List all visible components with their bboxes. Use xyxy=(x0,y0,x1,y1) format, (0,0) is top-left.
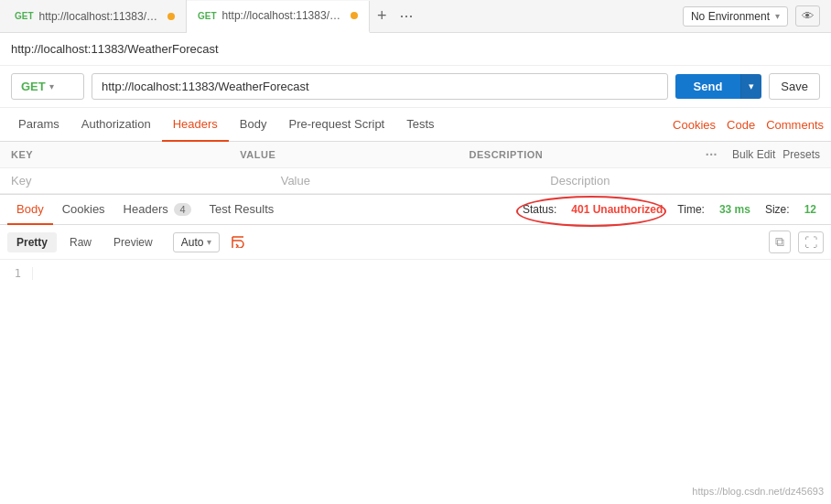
request-tabs-nav: Params Authorization Headers Body Pre-re… xyxy=(0,108,831,142)
tab-headers[interactable]: Headers xyxy=(162,108,229,142)
time-value: 33 ms xyxy=(719,203,750,216)
viewer-tabs: Pretty Raw Preview Auto ▾ ⧉ ⛶ xyxy=(0,225,831,260)
key-placeholder[interactable]: Key xyxy=(11,174,281,188)
environment-select[interactable]: No Environment ▾ xyxy=(683,6,788,27)
wrap-icon[interactable] xyxy=(231,233,249,252)
col-desc-header: DESCRIPTION xyxy=(469,149,698,160)
headers-count-badge: 4 xyxy=(174,203,190,216)
eye-button[interactable]: 👁 xyxy=(795,5,820,27)
tab2-method: GET xyxy=(198,11,217,21)
tab-authorization[interactable]: Authorization xyxy=(70,108,162,142)
add-tab-button[interactable]: + xyxy=(373,6,391,26)
method-chevron: ▾ xyxy=(49,81,54,91)
response-tab-headers[interactable]: Headers 4 xyxy=(114,195,200,225)
tab-body[interactable]: Body xyxy=(229,108,278,142)
request-tab-2[interactable]: GET http://localhost:11383/api/Auth/ xyxy=(187,1,370,33)
response-section: Body Cookies Headers 4 Test Results Stat… xyxy=(0,194,831,370)
request-tab-1[interactable]: GET http://localhost:11383/api/Auth/ xyxy=(4,0,187,32)
fullscreen-icon[interactable]: ⛶ xyxy=(798,231,824,253)
comments-link[interactable]: Comments xyxy=(766,118,824,132)
viewer-tab-raw[interactable]: Raw xyxy=(60,232,101,252)
tab-actions: + ··· xyxy=(373,6,417,26)
response-tab-body[interactable]: Body xyxy=(7,195,53,225)
format-chevron: ▾ xyxy=(207,237,211,247)
col-actions-area: ··· Bulk Edit Presets xyxy=(698,147,820,162)
format-select[interactable]: Auto ▾ xyxy=(173,232,221,252)
tab2-dirty-indicator xyxy=(351,12,358,19)
tab-params[interactable]: Params xyxy=(7,108,70,142)
size-label: Size: xyxy=(765,203,790,216)
headers-table-header: KEY VALUE DESCRIPTION ··· Bulk Edit Pres… xyxy=(0,142,831,168)
col-value-header: VALUE xyxy=(240,149,469,160)
more-tabs-button[interactable]: ··· xyxy=(396,6,417,26)
code-line-1: 1 xyxy=(0,267,831,280)
code-link[interactable]: Code xyxy=(727,118,755,132)
value-placeholder[interactable]: Value xyxy=(281,174,551,188)
tab-bar: GET http://localhost:11383/api/Auth/ GET… xyxy=(0,0,831,33)
top-right-area: No Environment ▾ 👁 xyxy=(683,5,827,27)
tab1-method: GET xyxy=(15,11,34,21)
url-display-text: http://localhost:11383/WeatherForecast xyxy=(11,42,219,56)
header-more-options[interactable]: ··· xyxy=(706,147,718,162)
url-bar-display: http://localhost:11383/WeatherForecast xyxy=(0,33,831,66)
presets-button[interactable]: Presets xyxy=(782,148,820,161)
viewer-tab-pretty[interactable]: Pretty xyxy=(7,232,57,252)
tabs-nav-right: Cookies Code Comments xyxy=(673,118,824,132)
send-button-group: Send ▾ xyxy=(675,74,762,99)
line-number-1: 1 xyxy=(0,267,33,280)
viewer-right-actions: ⧉ ⛶ xyxy=(769,231,824,253)
method-label: GET xyxy=(21,80,46,93)
copy-icon[interactable]: ⧉ xyxy=(769,231,791,253)
env-label: No Environment xyxy=(691,10,770,23)
response-tab-cookies[interactable]: Cookies xyxy=(53,195,114,225)
status-label: Status: xyxy=(523,203,556,216)
status-circle-decoration: 401 Unauthorized xyxy=(571,203,663,216)
bulk-edit-button[interactable]: Bulk Edit xyxy=(732,148,775,161)
tab1-dirty-indicator xyxy=(167,13,175,20)
tab1-url: http://localhost:11383/api/Auth/ xyxy=(39,10,162,23)
status-value: 401 Unauthorized xyxy=(571,203,663,216)
response-status-area: Status: 401 Unauthorized Time: 33 ms Siz… xyxy=(523,203,824,216)
format-label: Auto xyxy=(181,236,204,249)
desc-placeholder[interactable]: Description xyxy=(550,174,820,188)
response-tab-test-results[interactable]: Test Results xyxy=(200,195,284,225)
code-area: 1 xyxy=(0,260,831,370)
cookies-link[interactable]: Cookies xyxy=(673,118,716,132)
time-label: Time: xyxy=(677,203,705,216)
send-dropdown-button[interactable]: ▾ xyxy=(740,74,761,99)
env-chevron: ▾ xyxy=(775,11,780,21)
viewer-tab-preview[interactable]: Preview xyxy=(104,232,162,252)
headers-placeholder-row: Key Value Description xyxy=(0,168,831,194)
response-tabs-nav: Body Cookies Headers 4 Test Results Stat… xyxy=(0,195,831,225)
tab2-url: http://localhost:11383/api/Auth/ xyxy=(222,9,345,22)
url-input[interactable] xyxy=(92,73,668,100)
method-select[interactable]: GET ▾ xyxy=(11,73,84,100)
request-bar: GET ▾ Send ▾ Save xyxy=(0,66,831,108)
tab-tests[interactable]: Tests xyxy=(395,108,445,142)
tab-prerequest-script[interactable]: Pre-request Script xyxy=(277,108,395,142)
col-key-header: KEY xyxy=(11,149,240,160)
save-button[interactable]: Save xyxy=(769,73,820,100)
size-value: 12 xyxy=(804,203,816,216)
send-button[interactable]: Send xyxy=(675,74,741,99)
